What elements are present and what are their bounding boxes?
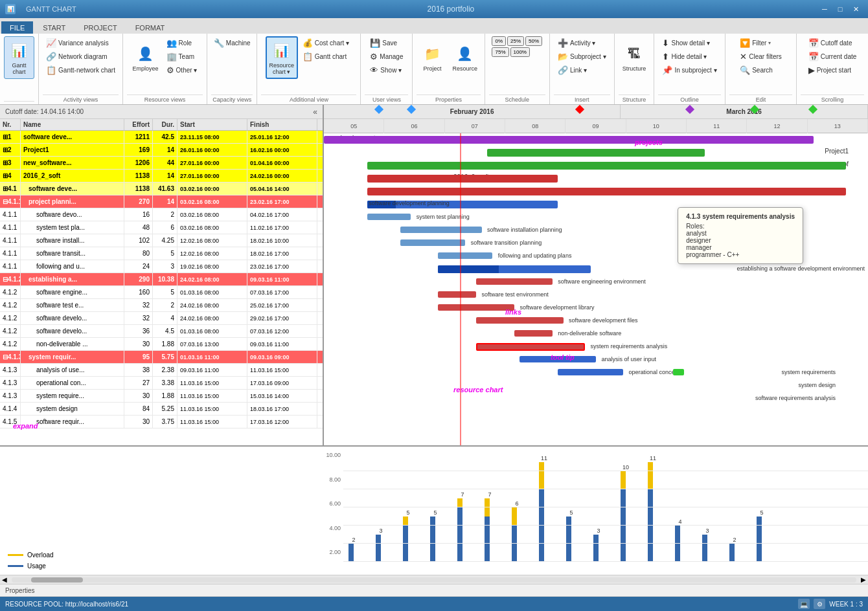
show-detail-button[interactable]: ⬇ Show detail ▾ [659,36,720,49]
cell-finish: 11.02.16 17:00 [247,221,317,234]
team-button[interactable]: 🏢 Team [163,50,201,63]
progress-25[interactable]: 25% [507,36,524,46]
week-07: 07 [445,119,505,133]
cell-nr: ⊞ 3 [0,157,21,169]
usage-bar [593,535,599,562]
cell-start-val: 11.03.16 15:00 [180,380,219,386]
table-row: 4.1.1 software install... 102 4.25 12.02… [0,234,323,247]
gantt-group-label [4,101,34,103]
cell-finish-val: 16.02.16 00:00 [250,147,290,153]
in-subproject-button[interactable]: 📌 In subproject ▾ [659,63,720,76]
show-button[interactable]: 👁 Show ▾ [367,63,406,76]
collapse-icon[interactable]: ⊟ [3,198,8,205]
bar-sysreq-green [673,369,684,375]
cell-effort: 1138 [124,183,153,195]
maximize-button[interactable]: □ [833,3,847,15]
tab-project[interactable]: PROJECT [75,21,125,34]
current-date-label: Current date [821,53,857,60]
tab-format[interactable]: FORMAT [127,21,174,34]
y-axis-4: 4.00 [324,525,341,531]
cell-dur-val: 5.75 [162,353,174,361]
expand-icon[interactable]: ⊞ [3,185,8,192]
usage-bar [457,507,463,562]
gantt-chart-button[interactable]: 📊 Ganttchart [4,36,34,79]
scroll-right-button[interactable]: ▶ [859,576,868,583]
tab-file[interactable]: FILE [1,21,33,34]
bar-label-planning: software development planning [367,200,868,206]
resource-chart-button[interactable]: 📊 Resource chart ▾ [266,36,298,79]
week-13: 13 [808,119,868,133]
resource-button[interactable]: 👤 Resource [450,36,481,79]
cell-start-val: 12.02.16 08:00 [180,250,219,257]
ribbon-group-gantt: 📊 Ganttchart [0,34,39,104]
expand-icon[interactable]: ⊞ [3,133,8,140]
machine-button[interactable]: 🔧 Machine [211,36,254,49]
cell-finish: 23.02.16 17:00 [247,260,317,272]
cell-finish: 29.02.16 17:00 [247,312,317,324]
search-button[interactable]: 🔍 Search [737,63,785,76]
week-11: 11 [687,119,747,133]
additional-col: 💰 Cost chart ▾ 📋 Gantt chart [299,36,352,63]
cutoff-bar: Cutoff date: 14.04.16 14:00 « [0,105,323,119]
link-button[interactable]: 🔗 Link ▾ [554,63,610,76]
cell-nr-val: 4.1.1 [3,263,17,270]
clear-filters-button[interactable]: ✕ Clear filters [737,50,785,63]
progress-100[interactable]: 100% [510,47,530,57]
capacity-col: 🔧 Machine [211,36,254,49]
cell-finish-val: 09.03.16 09:00 [250,354,290,361]
subproject-button[interactable]: 📂 Subproject ▾ [554,50,610,63]
project-button[interactable]: 📁 Project [417,36,448,79]
variance-analysis-button[interactable]: 📈 Variance analysis [43,36,119,49]
cell-name-val: Project1 [23,146,49,153]
cell-name-val: project planni... [29,198,76,205]
collapse-icon[interactable]: ⊟ [3,353,8,361]
cell-nr-val: 2 [8,146,12,153]
scrolling-col: 📅 Cutoff date 📅 Current date ▶ Project s… [805,36,860,76]
cutoff-date-button[interactable]: 📅 Cutoff date [805,36,860,49]
close-button[interactable]: ✕ [849,3,863,15]
cell-effort: 24 [124,260,153,272]
variance-label: Variance analysis [58,39,109,47]
expand-icon[interactable]: ⊞ [3,159,8,166]
progress-50[interactable]: 50% [525,36,542,46]
cell-start-val: 23.11.15 08:00 [180,134,220,140]
other-label: Other ▾ [176,67,198,74]
employee-button[interactable]: 👤 Employee [130,36,162,79]
scroll-thumb[interactable] [31,577,83,583]
progress-75[interactable]: 75% [492,47,508,57]
bar-value-label: 11 [646,455,659,461]
network-diagram-button[interactable]: 🔗 Network diagram [43,50,119,63]
filter-button[interactable]: 🔽 Filter ▾ [737,36,785,49]
save-button[interactable]: 💾 Save [367,36,406,49]
current-date-button[interactable]: 📅 Current date [805,50,860,63]
table-row: ⊞ 3 new_software... 1206 44 27.01.16 00:… [0,157,323,170]
cell-start: 12.02.16 08:00 [177,247,247,260]
expand-icon[interactable]: ⊞ [3,146,8,153]
activity-button[interactable]: ➕ Activity ▾ [554,36,610,49]
cell-effort-val: 48 [143,224,150,231]
manage-button[interactable]: ⚙ Manage [367,50,406,63]
horizontal-scrollbar[interactable]: ◀ ▶ [0,575,868,584]
scroll-left-button[interactable]: ◀ [0,576,9,583]
cell-effort: 32 [124,312,153,324]
project-start-button[interactable]: ▶ Project start [805,63,860,76]
collapse-button[interactable]: « [313,107,317,117]
progress-0[interactable]: 0% [492,36,506,46]
structure-button[interactable]: 🏗 Structure [619,36,650,79]
gantt-chart-additional-button[interactable]: 📋 Gantt chart [299,50,352,63]
role-button[interactable]: 👥 Role [163,36,201,49]
tab-start[interactable]: START [34,21,74,34]
collapse-icon[interactable]: ⊟ [3,276,8,283]
minimize-button[interactable]: ─ [817,3,832,15]
expand-icon[interactable]: ⊞ [3,172,8,179]
title-tab-gantt[interactable]: GANTT CHART [18,4,84,14]
gantt-network-button[interactable]: 📋 Gantt-network chart [43,63,119,76]
cost-chart-button[interactable]: 💰 Cost chart ▾ [299,36,352,49]
bar-sub3 [400,239,466,246]
cell-effort-val: 30 [143,418,150,425]
activity-col: 📈 Variance analysis 🔗 Network diagram 📋 … [43,36,119,76]
cell-nr: ⊞ 4.1 [0,183,21,195]
cell-dur-val: 14 [167,146,174,153]
hide-detail-button[interactable]: ⬆ Hide detail ▾ [659,50,720,63]
other-button[interactable]: ⚙ Other ▾ [163,63,201,76]
